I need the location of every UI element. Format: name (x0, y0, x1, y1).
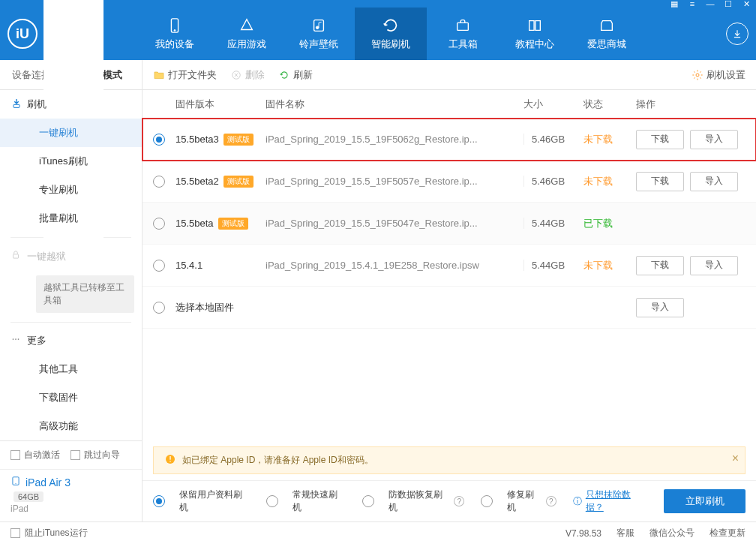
more-icon (10, 334, 22, 346)
size-cell: 5.46GB (524, 176, 584, 187)
block-itunes-checkbox[interactable]: 阻止iTunes运行 (10, 527, 88, 539)
row-radio[interactable] (153, 134, 165, 146)
filename-cell: iPad_Spring_2019_15.5_19F5047e_Restore.i… (266, 218, 524, 229)
nav-tutorial[interactable]: 教程中心 (499, 8, 571, 60)
version-cell: 15.5beta测试版 (176, 218, 266, 230)
import-button[interactable]: 导入 (690, 130, 738, 149)
beta-badge: 测试版 (218, 218, 248, 230)
opt-anti-recovery[interactable]: 防数据恢复刷机? (362, 488, 464, 514)
sidebar-item-other[interactable]: 其他工具 (0, 355, 142, 383)
opt-repair[interactable]: 修复刷机? (481, 488, 556, 514)
help-icon[interactable]: ? (546, 496, 556, 506)
ops-cell: 导入 (636, 298, 756, 317)
filename-cell: iPad_Spring_2019_15.4.1_19E258_Restore.i… (266, 260, 524, 271)
download-button[interactable]: 下载 (636, 130, 684, 149)
sidebar-item-downloadfw[interactable]: 下载固件 (0, 383, 142, 412)
erase-data-link[interactable]: 只想抹除数据？ (586, 488, 648, 514)
sidebar-item-oneclick[interactable]: 一键刷机 (0, 119, 142, 147)
info-hint: ⓘ只想抹除数据？ (573, 488, 648, 514)
delete-icon (230, 69, 242, 81)
nav-flash[interactable]: 智能刷机 (355, 8, 427, 60)
size-cell: 5.44GB (524, 218, 584, 229)
tablet-icon (10, 476, 21, 488)
top-nav: 我的设备 应用游戏 铃声壁纸 智能刷机 工具箱 教程中心 爱思商城 (139, 8, 643, 60)
status-bar: 阻止iTunes运行 V7.98.53 客服 微信公众号 检查更新 (0, 521, 756, 544)
sidebar-item-batch[interactable]: 批量刷机 (0, 204, 142, 233)
download-manager-button[interactable] (726, 23, 748, 45)
opt-keep-data[interactable]: 保留用户资料刷机 (153, 488, 250, 514)
import-button[interactable]: 导入 (690, 256, 738, 275)
table-row[interactable]: 选择本地固件导入 (142, 287, 756, 329)
table-row[interactable]: 15.5beta测试版iPad_Spring_2019_15.5_19F5047… (142, 203, 756, 245)
beta-badge: 测试版 (224, 176, 254, 188)
flash-settings-button[interactable]: 刷机设置 (692, 68, 746, 82)
import-button[interactable]: 导入 (636, 298, 684, 317)
svg-point-9 (13, 338, 14, 340)
svg-point-1 (174, 30, 176, 32)
radio-icon (266, 495, 278, 507)
row-radio[interactable] (153, 302, 165, 314)
row-radio[interactable] (153, 218, 165, 230)
device-card[interactable]: iPad Air 3 64GB iPad (0, 469, 142, 521)
warning-icon (164, 453, 176, 467)
svg-rect-7 (14, 104, 20, 107)
row-radio[interactable] (153, 176, 165, 188)
app-header: iU 爱思助手 www.i4.cn 我的设备 应用游戏 铃声壁纸 智能刷机 工具… (0, 8, 756, 60)
flash-icon (10, 98, 22, 110)
version-cell: 15.5beta2测试版 (176, 176, 266, 188)
import-button[interactable]: 导入 (690, 172, 738, 191)
sidebar: 刷机 一键刷机 iTunes刷机 专业刷机 批量刷机 一键越狱 越狱工具已转移至… (0, 90, 142, 521)
refresh-button[interactable]: 刷新 (278, 68, 313, 82)
nav-toolbox[interactable]: 工具箱 (427, 8, 499, 60)
sidebar-item-pro[interactable]: 专业刷机 (0, 176, 142, 204)
header-right (726, 23, 748, 45)
beta-badge: 测试版 (224, 134, 254, 146)
book-icon (526, 17, 544, 35)
skip-guide-checkbox[interactable]: 跳过向导 (70, 449, 120, 461)
opt-normal[interactable]: 常规快速刷机 (266, 488, 346, 514)
open-folder-button[interactable]: 打开文件夹 (153, 68, 217, 82)
lock-icon (10, 250, 22, 262)
info-icon: ⓘ (573, 495, 582, 508)
ops-cell: 下载导入 (636, 130, 756, 149)
auto-activate-checkbox[interactable]: 自动激活 (10, 449, 60, 461)
download-button[interactable]: 下载 (636, 172, 684, 191)
nav-store[interactable]: 爱思商城 (571, 8, 643, 60)
svg-rect-16 (170, 461, 170, 461)
table-header: 固件版本 固件名称 大小 状态 操作 (142, 90, 756, 119)
svg-point-3 (316, 26, 319, 29)
app-icon (238, 17, 256, 35)
wechat-link[interactable]: 微信公众号 (650, 527, 694, 539)
filename-cell: iPad_Spring_2019_15.5_19F5062g_Restore.i… (266, 134, 524, 145)
sidebar-section-more[interactable]: 更多 (0, 326, 142, 355)
radio-icon (153, 495, 165, 507)
download-button[interactable]: 下载 (636, 256, 684, 275)
gear-icon (692, 69, 704, 81)
flash-now-button[interactable]: 立即刷机 (664, 489, 746, 513)
music-icon (310, 17, 328, 35)
sidebar-item-itunes[interactable]: iTunes刷机 (0, 147, 142, 176)
table-row[interactable]: 15.5beta2测试版iPad_Spring_2019_15.5_19F505… (142, 161, 756, 203)
delete-button[interactable]: 删除 (230, 68, 265, 82)
close-notice-button[interactable]: × (732, 452, 739, 465)
svg-rect-15 (170, 456, 170, 460)
sidebar-section-flash[interactable]: 刷机 (0, 90, 142, 119)
sidebar-item-advanced[interactable]: 高级功能 (0, 412, 142, 440)
svg-point-11 (18, 338, 20, 340)
service-link[interactable]: 客服 (616, 527, 634, 539)
table-row[interactable]: 15.4.1iPad_Spring_2019_15.4.1_19E258_Res… (142, 245, 756, 287)
help-icon[interactable]: ? (454, 496, 464, 506)
svg-point-13 (15, 483, 16, 484)
nav-ringtone[interactable]: 铃声壁纸 (283, 8, 355, 60)
ops-cell: 下载导入 (636, 172, 756, 191)
svg-point-6 (696, 74, 699, 77)
nav-apps[interactable]: 应用游戏 (211, 8, 283, 60)
version-cell: 15.4.1 (176, 260, 266, 271)
table-row[interactable]: 15.5beta3测试版iPad_Spring_2019_15.5_19F506… (142, 119, 756, 161)
nav-my-device[interactable]: 我的设备 (139, 8, 211, 60)
toolbox-icon (454, 17, 472, 35)
ops-cell: 下载导入 (636, 256, 756, 275)
check-update-link[interactable]: 检查更新 (710, 527, 746, 539)
table-body: 15.5beta3测试版iPad_Spring_2019_15.5_19F506… (142, 119, 756, 329)
row-radio[interactable] (153, 260, 165, 272)
